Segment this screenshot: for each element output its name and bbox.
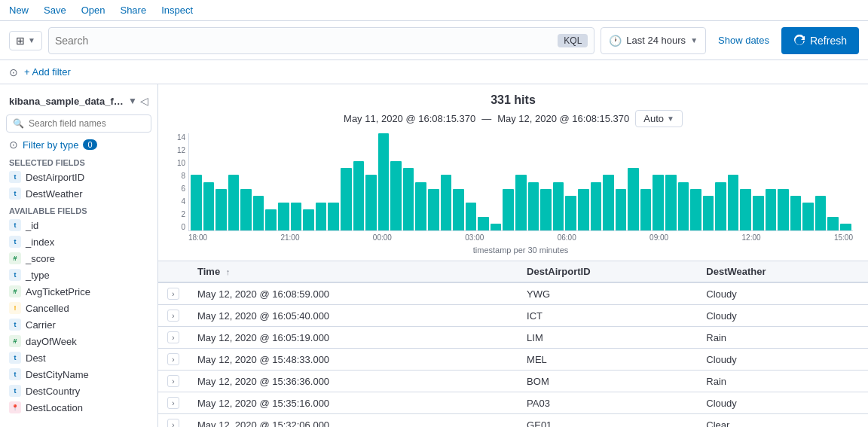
chart-bar[interactable]	[353, 161, 365, 230]
chart-bar[interactable]	[628, 168, 639, 230]
search-input[interactable]	[55, 35, 555, 47]
chart-bar[interactable]	[365, 175, 377, 230]
chart-bar[interactable]	[466, 203, 477, 230]
field-dest-location[interactable]: 📍 DestLocation	[0, 399, 157, 416]
chart-bar[interactable]	[802, 203, 814, 230]
chart-bar[interactable]	[778, 189, 789, 230]
chart-bar[interactable]	[390, 161, 402, 230]
field-id[interactable]: t _id	[0, 217, 157, 233]
menu-new[interactable]: New	[6, 3, 32, 17]
field-dest[interactable]: t Dest	[0, 349, 157, 366]
field-avg-ticket-price[interactable]: # AvgTicketPrice	[0, 283, 157, 300]
chart-bar[interactable]	[303, 209, 314, 230]
chart-bar[interactable]	[653, 175, 664, 230]
chart-bar[interactable]	[328, 203, 339, 230]
index-header[interactable]: kibana_sample_data_flig... ▼ ◁	[0, 90, 157, 111]
expand-button[interactable]: ›	[167, 310, 179, 322]
chart-bar[interactable]	[616, 189, 627, 230]
chart-bar[interactable]	[478, 217, 489, 230]
kql-badge[interactable]: KQL	[558, 34, 588, 47]
chart-bar[interactable]	[278, 203, 289, 230]
chart-bar[interactable]	[428, 189, 439, 230]
index-back-icon[interactable]: ◁	[140, 95, 148, 107]
chart-bar[interactable]	[316, 203, 327, 230]
dest-airport-col-header[interactable]: DestAirportID	[518, 261, 697, 282]
expand-button[interactable]: ›	[167, 353, 179, 365]
menu-save[interactable]: Save	[41, 3, 69, 17]
chart-bar[interactable]	[415, 182, 426, 231]
chart-bar[interactable]	[578, 189, 589, 230]
menu-open[interactable]: Open	[78, 3, 108, 17]
chart-bar[interactable]	[766, 189, 777, 230]
expand-cell[interactable]: ›	[158, 282, 188, 305]
menu-share[interactable]: Share	[117, 3, 149, 17]
expand-button[interactable]: ›	[167, 419, 179, 427]
expand-cell[interactable]: ›	[158, 349, 188, 371]
menu-inspect[interactable]: Inspect	[158, 3, 196, 17]
expand-button[interactable]: ›	[167, 397, 179, 409]
chart-bar[interactable]	[753, 196, 764, 230]
field-dest-country[interactable]: t DestCountry	[0, 383, 157, 399]
chart-bar[interactable]	[715, 182, 726, 231]
expand-cell[interactable]: ›	[158, 371, 188, 392]
index-selector[interactable]: ⊞ ▼	[9, 31, 42, 50]
expand-cell[interactable]: ›	[158, 327, 188, 349]
chart-bar[interactable]	[441, 175, 452, 230]
expand-cell[interactable]: ›	[158, 392, 188, 414]
chart-bar[interactable]	[403, 168, 414, 230]
selected-field-dest-weather[interactable]: t DestWeather	[0, 185, 157, 202]
field-type[interactable]: t _type	[0, 267, 157, 283]
expand-button[interactable]: ›	[167, 375, 179, 387]
chart-bar[interactable]	[603, 175, 614, 230]
field-dest-city-name[interactable]: t DestCityName	[0, 366, 157, 383]
refresh-button[interactable]: Refresh	[781, 27, 859, 54]
time-col-header[interactable]: Time ↑	[188, 261, 518, 282]
field-day-of-week[interactable]: # dayOfWeek	[0, 333, 157, 349]
chart-bar[interactable]	[540, 189, 552, 230]
chart-bar[interactable]	[228, 175, 240, 230]
chart-bar[interactable]	[265, 209, 277, 230]
field-score[interactable]: # _score	[0, 250, 157, 267]
sidebar-search-box[interactable]: 🔍	[6, 114, 151, 133]
chart-bar[interactable]	[378, 133, 390, 230]
field-index[interactable]: t _index	[0, 233, 157, 250]
chart-bar[interactable]	[291, 203, 302, 230]
chart-bar[interactable]	[341, 168, 352, 230]
chart-bar[interactable]	[790, 196, 802, 230]
chart-bar[interactable]	[503, 189, 514, 230]
expand-cell[interactable]: ›	[158, 305, 188, 327]
chart-bar[interactable]	[515, 175, 527, 230]
auto-select[interactable]: Auto ▼	[635, 110, 683, 127]
show-dates-button[interactable]: Show dates	[712, 35, 775, 46]
chart-bar[interactable]	[553, 182, 564, 231]
dest-weather-col-header[interactable]: DestWeather	[697, 261, 868, 282]
chart-bar[interactable]	[678, 182, 689, 231]
chart-bar[interactable]	[240, 189, 252, 230]
chart-bar[interactable]	[740, 189, 751, 230]
chart-bar[interactable]	[665, 175, 677, 230]
expand-cell[interactable]: ›	[158, 414, 188, 428]
chart-bar[interactable]	[191, 175, 202, 230]
time-picker[interactable]: 🕐 Last 24 hours ▼	[601, 27, 706, 54]
search-bar[interactable]: KQL	[48, 27, 594, 54]
chart-bar[interactable]	[253, 196, 264, 230]
chart-bar[interactable]	[640, 189, 652, 230]
chart-bar[interactable]	[528, 182, 539, 231]
add-filter-button[interactable]: + Add filter	[24, 66, 71, 78]
chart-bar[interactable]	[703, 196, 714, 230]
chart-bar[interactable]	[728, 175, 739, 230]
chart-bar[interactable]	[690, 189, 701, 230]
chart-bar[interactable]	[491, 224, 502, 230]
expand-button[interactable]: ›	[167, 288, 179, 300]
field-carrier[interactable]: t Carrier	[0, 316, 157, 333]
selected-field-dest-airport-id[interactable]: t DestAirportID	[0, 169, 157, 185]
chart-bar[interactable]	[565, 196, 576, 230]
chart-bar[interactable]	[827, 217, 839, 230]
chart-bar[interactable]	[815, 196, 827, 230]
chart-bar[interactable]	[591, 182, 602, 231]
field-search-input[interactable]	[29, 118, 145, 129]
filter-by-type-row[interactable]: ⊙ Filter by type 0	[0, 136, 157, 154]
chart-bar[interactable]	[215, 189, 227, 230]
chart-bar[interactable]	[453, 189, 464, 230]
chart-bar[interactable]	[840, 224, 851, 230]
